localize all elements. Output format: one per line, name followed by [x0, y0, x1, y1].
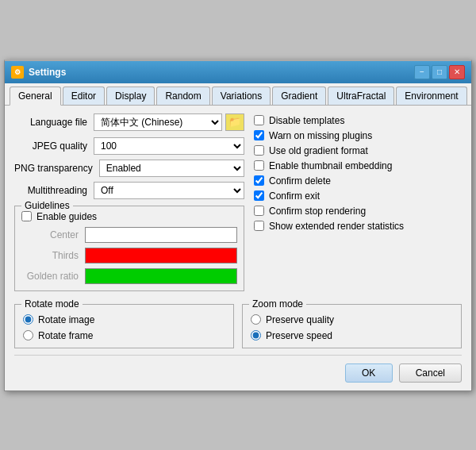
preserve-quality-label: Preserve quality	[266, 314, 334, 325]
center-label: Center	[21, 229, 85, 240]
confirm-stop-checkbox[interactable]	[254, 206, 264, 216]
confirm-stop-row: Confirm stop rendering	[254, 206, 462, 217]
tab-gradient[interactable]: Gradient	[272, 87, 326, 105]
tab-environment[interactable]: Environment	[396, 87, 466, 105]
language-select[interactable]: 简体中文 (Chinese)	[94, 113, 222, 131]
old-gradient-checkbox[interactable]	[254, 145, 264, 156]
tab-ultrafractal[interactable]: UltraFractal	[328, 87, 394, 105]
png-select[interactable]: Enabled Disabled	[99, 160, 244, 177]
jpeg-control: 100	[94, 137, 244, 155]
thumbnail-embedding-checkbox[interactable]	[254, 160, 264, 171]
golden-color-swatch[interactable]	[85, 268, 237, 284]
title-bar-left: ⚙ Settings	[11, 66, 66, 79]
warn-missing-row: Warn on missing plugins	[254, 130, 462, 141]
png-control: Enabled Disabled	[99, 160, 244, 177]
golden-label: Golden ratio	[21, 271, 85, 282]
close-button[interactable]: ✕	[449, 65, 465, 79]
confirm-exit-row: Confirm exit	[254, 190, 462, 202]
enable-guides-checkbox[interactable]	[21, 211, 32, 221]
maximize-button[interactable]: □	[432, 65, 447, 79]
tab-editor[interactable]: Editor	[63, 87, 105, 105]
confirm-delete-row: Confirm delete	[254, 175, 462, 187]
ok-button[interactable]: OK	[345, 363, 393, 383]
disable-templates-row: Disable templates	[254, 115, 462, 126]
multithreading-select[interactable]: Off Auto 2 4 8	[94, 182, 244, 199]
thumbnail-embedding-label: Enable thumbnail embedding	[269, 160, 392, 171]
language-select-wrap: 简体中文 (Chinese) 📁	[94, 113, 244, 131]
confirm-exit-label: Confirm exit	[269, 190, 320, 202]
confirm-delete-label: Confirm delete	[269, 175, 331, 187]
language-label: Language file	[14, 117, 94, 128]
thirds-label: Thirds	[21, 250, 85, 261]
confirm-exit-checkbox[interactable]	[254, 190, 264, 201]
rotate-mode-title: Rotate mode	[21, 298, 83, 310]
guidelines-group: Guidelines Enable guides Center Thirds	[14, 206, 244, 291]
golden-row: Golden ratio	[21, 268, 237, 284]
right-panel: Disable templates Warn on missing plugin…	[254, 113, 462, 291]
preserve-quality-row: Preserve quality	[251, 314, 453, 325]
preserve-quality-radio[interactable]	[251, 314, 261, 325]
tab-variations[interactable]: Variations	[212, 87, 271, 105]
rotate-image-row: Rotate image	[23, 314, 225, 325]
footer: OK Cancel	[5, 359, 471, 390]
png-label: PNG transparency	[14, 163, 99, 174]
old-gradient-label: Use old gradient format	[269, 145, 368, 156]
warn-missing-checkbox[interactable]	[254, 130, 264, 140]
preserve-speed-label: Preserve speed	[266, 330, 332, 341]
tab-random[interactable]: Random	[156, 87, 209, 105]
preserve-speed-radio[interactable]	[251, 330, 261, 340]
cancel-button[interactable]: Cancel	[399, 363, 462, 383]
minimize-button[interactable]: −	[414, 65, 430, 79]
disable-templates-label: Disable templates	[269, 115, 344, 126]
window-title: Settings	[29, 67, 66, 78]
disable-templates-checkbox[interactable]	[254, 115, 264, 125]
png-row: PNG transparency Enabled Disabled	[14, 160, 244, 177]
extended-stats-label: Show extended render statistics	[269, 221, 404, 232]
tab-display[interactable]: Display	[106, 87, 155, 105]
thirds-color-swatch[interactable]	[85, 248, 237, 263]
thirds-row: Thirds	[21, 248, 237, 263]
rotate-image-label: Rotate image	[38, 314, 94, 325]
multithreading-label: Multithreading	[14, 185, 94, 196]
title-buttons: − □ ✕	[414, 65, 465, 79]
multithreading-control: Off Auto 2 4 8	[94, 182, 244, 199]
enable-guides-row: Enable guides	[21, 211, 237, 222]
tab-bar: General Editor Display Random Variations…	[5, 83, 471, 106]
confirm-delete-checkbox[interactable]	[254, 175, 264, 186]
old-gradient-row: Use old gradient format	[254, 145, 462, 156]
multithreading-row: Multithreading Off Auto 2 4 8	[14, 182, 244, 199]
window-icon: ⚙	[11, 66, 24, 79]
main-content: Language file 简体中文 (Chinese) 📁 JPEG qual…	[5, 106, 471, 299]
center-color-swatch[interactable]	[85, 227, 237, 243]
jpeg-select[interactable]: 100	[94, 137, 244, 155]
center-row: Center	[21, 227, 237, 243]
jpeg-row: JPEG quality 100	[14, 137, 244, 155]
preserve-speed-row: Preserve speed	[251, 330, 453, 341]
footer-divider	[14, 355, 462, 356]
rotate-image-radio[interactable]	[23, 314, 33, 325]
language-folder-button[interactable]: 📁	[225, 113, 244, 131]
guidelines-title: Guidelines	[21, 200, 73, 211]
enable-guides-label: Enable guides	[36, 211, 97, 222]
extended-stats-row: Show extended render statistics	[254, 221, 462, 232]
warn-missing-label: Warn on missing plugins	[269, 130, 372, 141]
confirm-stop-label: Confirm stop rendering	[269, 206, 366, 217]
title-bar: ⚙ Settings − □ ✕	[5, 61, 471, 83]
settings-window: ⚙ Settings − □ ✕ General Editor Display …	[4, 60, 472, 391]
zoom-mode-title: Zoom mode	[249, 298, 306, 310]
rotate-mode-group: Rotate mode Rotate image Rotate frame	[14, 304, 234, 348]
rotate-frame-label: Rotate frame	[38, 330, 93, 341]
thumbnail-embedding-row: Enable thumbnail embedding	[254, 160, 462, 171]
rotate-frame-row: Rotate frame	[23, 330, 225, 341]
zoom-mode-group: Zoom mode Preserve quality Preserve spee…	[242, 304, 462, 348]
jpeg-label: JPEG quality	[14, 140, 94, 152]
bottom-panels: Rotate mode Rotate image Rotate frame Zo…	[5, 299, 471, 355]
left-panel: Language file 简体中文 (Chinese) 📁 JPEG qual…	[14, 113, 244, 291]
extended-stats-checkbox[interactable]	[254, 221, 264, 231]
rotate-frame-radio[interactable]	[23, 330, 33, 340]
tab-general[interactable]: General	[10, 87, 61, 106]
language-row: Language file 简体中文 (Chinese) 📁	[14, 113, 244, 131]
